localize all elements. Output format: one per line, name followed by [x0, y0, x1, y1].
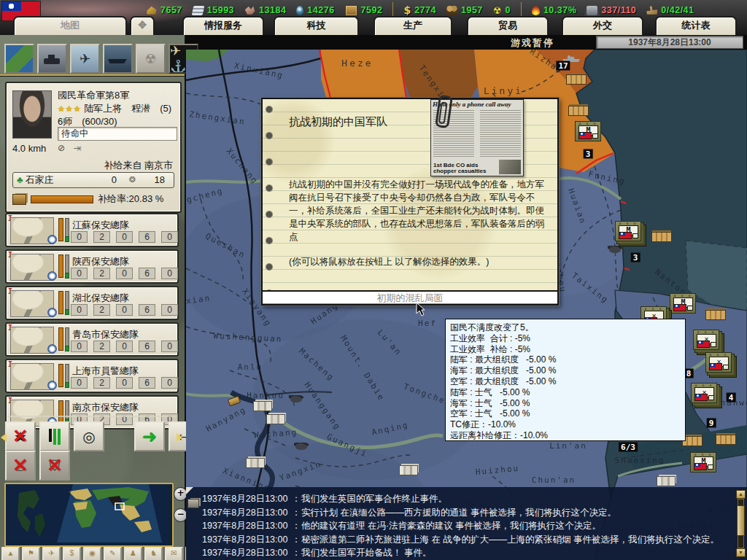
- land-units-filter-button[interactable]: [37, 44, 67, 74]
- tooltip-line: 陆军 : 士气 -5.00 %: [450, 387, 685, 398]
- unit-counter[interactable]: x x x ✕: [693, 330, 719, 350]
- scroll-thumb[interactable]: [737, 505, 745, 536]
- province-label: Heze: [341, 58, 373, 69]
- resource-icon: [191, 6, 204, 15]
- stat-value: 0: [116, 304, 133, 316]
- map-europe-filter-button[interactable]: [4, 44, 34, 74]
- counter-flag-roc: [697, 341, 710, 348]
- terrain-mapmode-button[interactable]: ▲: [1, 547, 20, 560]
- main-tab[interactable]: 统计表: [655, 16, 737, 36]
- resource-item: 14276: [296, 5, 334, 15]
- main-tab[interactable]: 外交: [562, 16, 643, 36]
- supply-rate-row: 补给率:20.83 %: [12, 192, 163, 206]
- brigade-marker: [592, 133, 598, 139]
- weather-mapmode-button[interactable]: ✎: [104, 547, 122, 560]
- location-name: 石家庄: [26, 174, 54, 185]
- disband-button[interactable]: ★✕: [5, 421, 36, 451]
- tooltip-line: 工业效率 补给 : -5%: [450, 344, 685, 355]
- brigade-marker: [687, 306, 693, 311]
- location-value-right: 18: [155, 173, 165, 187]
- stat-value: 6: [139, 231, 155, 243]
- map-sprite: [246, 458, 265, 468]
- newspaper-clipping: H me only a phone call away 1st Bde CO a…: [430, 99, 524, 176]
- scroll-up-button[interactable]: ▲: [736, 490, 746, 499]
- map-sprite: [399, 465, 418, 475]
- naval-units-filter-button[interactable]: [103, 44, 133, 74]
- reinforce-button[interactable]: [39, 421, 70, 451]
- resource-item: 337/110: [587, 5, 636, 15]
- event-effects-tooltip: 国民不满度改变了5。工业效率 合计 : -5%工业效率 补给 : -5%陆军 :…: [445, 319, 686, 441]
- resource-item: ☢ 0: [493, 5, 511, 16]
- province-number-chip: 3: [584, 149, 593, 159]
- division-list-item[interactable]: I 青岛市保安總隊 0 2 0 6 0: [5, 322, 179, 357]
- unit-counter[interactable]: x x x M: [615, 221, 641, 241]
- log-entry: 1937年8月28日13:00 ： 实行计划 在滇缅公路——西方援助的通道 事件…: [202, 506, 720, 520]
- main-tab[interactable]: 生产: [374, 16, 452, 36]
- minimap[interactable]: [4, 483, 174, 547]
- division-list-item[interactable]: I 陕西保安總隊 0 2 0 6 0: [5, 249, 179, 284]
- unit-counter[interactable]: x x x M: [670, 293, 696, 314]
- resource-icon: [446, 6, 457, 15]
- air-mission-cancel-button[interactable]: ⛉✕: [39, 451, 70, 481]
- unit-counter[interactable]: x x x ✕: [705, 352, 732, 373]
- nuclear-filter-button[interactable]: ☢: [136, 44, 166, 74]
- stat-value: 2: [93, 341, 110, 352]
- event-choice-button[interactable]: 初期的混乱局面: [263, 290, 557, 304]
- political-mapmode-button[interactable]: ⚑: [22, 547, 40, 560]
- province-label: Hef: [418, 319, 437, 328]
- resource-item: 7657: [146, 5, 182, 15]
- supply-mapmode-button[interactable]: ✉: [165, 547, 183, 560]
- unit-counter[interactable]: x x x M: [690, 452, 716, 472]
- cavalry-mapmode-button[interactable]: ♞: [144, 547, 163, 560]
- scroll-right-arrow[interactable]: [177, 433, 182, 442]
- province-label: Linyi: [484, 85, 523, 96]
- scorched-earth-button[interactable]: ♨✕: [5, 451, 36, 481]
- main-tab[interactable]: 情报服务: [182, 16, 264, 36]
- air-units-filter-button[interactable]: ✈: [70, 44, 100, 74]
- main-tab[interactable]: 地图: [13, 16, 127, 36]
- scroll-track[interactable]: [738, 499, 744, 548]
- economy-mapmode-button[interactable]: $: [63, 547, 81, 560]
- division-stats: 0 2 0 6 0: [71, 268, 178, 279]
- clipping-photo: [499, 160, 521, 174]
- plane-icon: ✈: [71, 45, 98, 72]
- unit-counter[interactable]: x x x M: [575, 121, 601, 141]
- map-sprite: [609, 246, 621, 253]
- objective-button[interactable]: ◎: [74, 421, 104, 451]
- location-box[interactable]: ♣石家庄 0 ❂ 18: [12, 172, 174, 188]
- commander-name: 陆军上将 程潜 (5): [84, 103, 171, 114]
- nuke-icon: ☢: [137, 45, 164, 72]
- log-scrollbar: ▲ ▼: [736, 490, 746, 557]
- scroll-left-arrow[interactable]: [1, 433, 7, 442]
- upgrade-button[interactable]: ➜: [134, 421, 165, 451]
- main-tab[interactable]: 科技: [274, 16, 359, 36]
- organisation-bar: [65, 291, 69, 310]
- manpower-mapmode-button[interactable]: ♟: [124, 547, 142, 560]
- division-list-item[interactable]: I 湖北保安總隊 0 2 0 6 0: [5, 286, 179, 320]
- brigade-marker: [723, 365, 729, 370]
- tooltip-line: 海军 : 最大组织度 -5.00 %: [450, 365, 685, 376]
- map-sprite: [651, 232, 672, 242]
- main-tab[interactable]: 贸易: [467, 16, 549, 36]
- resource-item: 1957: [446, 5, 483, 15]
- log-text: 秘密派遣第二师补充旅进驻上海 在 战争的扩大——上海的紧张硝烟 事件被选择，我们…: [301, 533, 719, 547]
- resource-icon: [296, 6, 303, 15]
- red-x-icon: ✕: [41, 452, 69, 479]
- unit-counter[interactable]: x x x ✕: [691, 383, 717, 403]
- main-tab[interactable]: ✥: [130, 16, 155, 36]
- resource-value: 7592: [361, 5, 383, 15]
- resource-value: 2774: [414, 5, 436, 15]
- province-label: Hankou: [247, 391, 285, 400]
- division-list-item[interactable]: I 江蘇保安總隊 0 2 0 6 0: [5, 213, 179, 247]
- division-name: 上海市員警總隊: [72, 365, 139, 378]
- clipping-caption: 1st Bde CO aids chopper casualties: [433, 163, 498, 174]
- scroll-down-button[interactable]: ▼: [736, 548, 746, 557]
- resource-mapmode-button[interactable]: ◉: [83, 547, 101, 560]
- tooltip-line: 陆军 : 最大组织度 -5.00 %: [450, 354, 685, 365]
- division-list-item[interactable]: I 上海市員警總隊 0 2 0 6 0: [5, 359, 179, 393]
- unit-filter-buttons: ✈ ☢ ✈⚓: [4, 44, 198, 74]
- brigade-marker: [711, 342, 716, 347]
- stat-value: 0: [116, 231, 133, 243]
- infra-mapmode-button[interactable]: ✈: [42, 547, 61, 560]
- stat-value: 0: [71, 268, 88, 279]
